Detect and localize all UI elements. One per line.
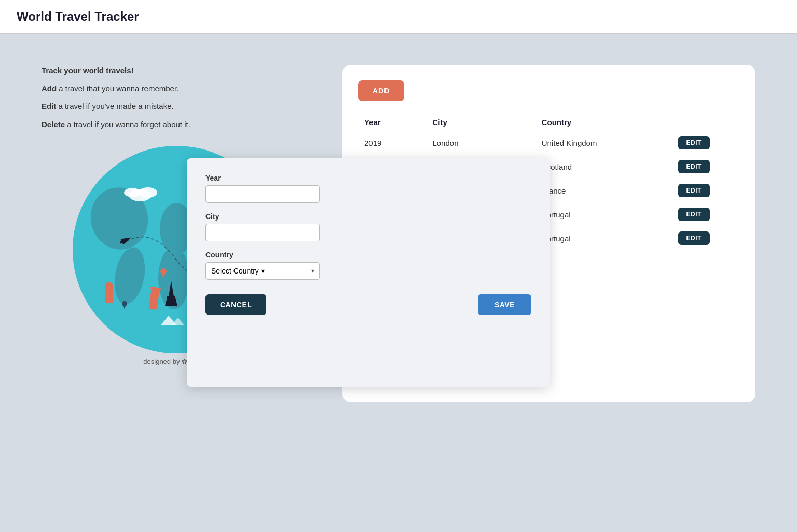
col-header-country: Country: [535, 114, 672, 131]
app-title: World Travel Tracker: [17, 9, 780, 24]
cell-edit: EDIT: [672, 202, 740, 226]
instruction-delete: Delete a travel if you wanna forget abou…: [42, 119, 311, 131]
modal-buttons: CANCEL SAVE: [205, 294, 531, 315]
country-label: Country: [205, 251, 531, 259]
svg-rect-15: [167, 296, 175, 298]
instruction-edit: Edit a travel if you've made a mistake.: [42, 101, 311, 113]
edit-button[interactable]: EDIT: [678, 184, 710, 197]
city-field-group: City: [205, 212, 531, 241]
svg-point-33: [122, 301, 127, 306]
table-row: 2019 London United Kingdom EDIT: [358, 131, 740, 155]
headline: Track your world travels!: [42, 65, 311, 77]
add-button[interactable]: ADD: [358, 80, 404, 101]
city-label: City: [205, 212, 531, 221]
edit-button[interactable]: EDIT: [678, 136, 710, 149]
cancel-button[interactable]: CANCEL: [205, 294, 266, 315]
cell-city: London: [426, 131, 535, 155]
edit-button[interactable]: EDIT: [678, 208, 710, 221]
add-travel-modal: Year City Country Select Country ▾ Unite…: [187, 158, 550, 387]
cell-edit: EDIT: [672, 131, 740, 155]
country-select[interactable]: Select Country ▾ United Kingdom Scotland…: [205, 262, 320, 280]
cell-country: Scotland: [535, 155, 672, 179]
delete-bold: Delete: [42, 120, 65, 129]
save-button[interactable]: SAVE: [478, 294, 531, 315]
cell-country: France: [535, 179, 672, 202]
instruction-add: Add a travel that you wanna remember.: [42, 83, 311, 95]
header: World Travel Tracker: [0, 0, 797, 34]
instructions: Track your world travels! Add a travel t…: [42, 65, 311, 130]
svg-marker-16: [165, 298, 177, 306]
year-field-group: Year: [205, 174, 531, 203]
edit-button[interactable]: EDIT: [678, 160, 710, 173]
svg-point-8: [139, 187, 157, 198]
svg-point-36: [105, 282, 113, 292]
city-input[interactable]: [205, 224, 320, 241]
country-select-wrapper: Select Country ▾ United Kingdom Scotland…: [205, 262, 320, 280]
cell-country: United Kingdom: [535, 131, 672, 155]
cell-edit: EDIT: [672, 179, 740, 202]
cell-edit: EDIT: [672, 226, 740, 250]
col-header-city: City: [426, 114, 535, 131]
edit-button[interactable]: EDIT: [678, 231, 710, 245]
cell-country: Portugal: [535, 226, 672, 250]
add-bold: Add: [42, 84, 57, 93]
edit-bold: Edit: [42, 102, 56, 111]
svg-point-27: [160, 268, 167, 275]
cell-edit: EDIT: [672, 155, 740, 179]
col-header-year: Year: [358, 114, 426, 131]
year-label: Year: [205, 174, 531, 182]
year-input[interactable]: [205, 185, 320, 203]
main-content: Track your world travels! Add a travel t…: [0, 34, 797, 433]
country-field-group: Country Select Country ▾ United Kingdom …: [205, 251, 531, 280]
svg-point-9: [124, 188, 141, 197]
col-header-action: [672, 114, 740, 131]
headline-text: Track your world travels!: [42, 66, 134, 75]
right-panel: ADD Year City Country 2019 London United…: [342, 65, 755, 402]
cell-country: Portugal: [535, 202, 672, 226]
cell-year: 2019: [358, 131, 426, 155]
